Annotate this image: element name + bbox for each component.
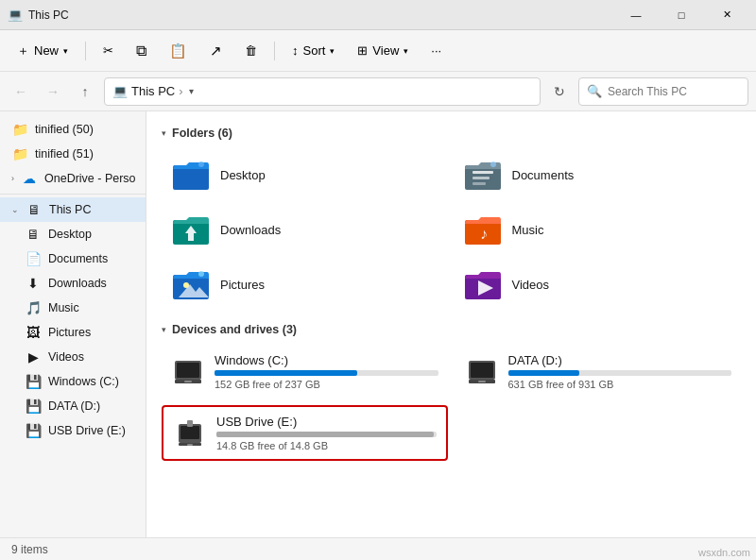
downloads-icon: ⬇ xyxy=(25,276,42,291)
drive-item-d[interactable]: DATA (D:) 631 GB free of 931 GB xyxy=(455,346,742,398)
drive-free-d: 631 GB free of 931 GB xyxy=(508,379,732,390)
drive-free-c: 152 GB free of 237 GB xyxy=(215,379,438,390)
folder-name-documents: Documents xyxy=(512,168,575,182)
sidebar-item-data-d[interactable]: 💾 DATA (D:) xyxy=(0,394,146,418)
drives-collapse-icon: ▾ xyxy=(162,325,166,334)
new-dropdown-icon: ▾ xyxy=(63,46,68,56)
svg-rect-28 xyxy=(187,444,193,446)
sort-icon: ↕ xyxy=(292,43,299,58)
folder-item-music[interactable]: ♪ Music xyxy=(454,204,742,255)
more-button[interactable]: ··· xyxy=(421,36,451,66)
sidebar-item-desktop[interactable]: 🖥 Desktop xyxy=(0,222,146,246)
drive-item-c[interactable]: Windows (C:) 152 GB free of 237 GB xyxy=(162,346,448,398)
cut-button[interactable]: ✂ xyxy=(94,36,123,66)
folder-item-desktop[interactable]: Desktop xyxy=(162,149,450,200)
sidebar-item-this-pc[interactable]: ⌄ 🖥 This PC xyxy=(0,197,146,222)
drive-name-c: Windows (C:) xyxy=(215,353,438,367)
hdd-icon-e: 💾 xyxy=(25,423,42,438)
paste-icon: 📋 xyxy=(169,42,187,59)
drive-icon-c xyxy=(171,355,205,389)
sort-button[interactable]: ↕ Sort ▾ xyxy=(283,36,344,66)
drive-name-d: DATA (D:) xyxy=(508,353,732,367)
share-button[interactable]: ↗ xyxy=(200,36,232,66)
folder-item-documents[interactable]: Documents xyxy=(454,149,742,200)
sidebar-item-windows-c[interactable]: 💾 Windows (C:) xyxy=(0,369,146,394)
computer-icon: 🖥 xyxy=(26,202,43,217)
svg-rect-4 xyxy=(472,177,490,179)
status-bar: 9 items xyxy=(0,537,756,560)
docs-icon: 📄 xyxy=(25,251,42,266)
svg-text:♪: ♪ xyxy=(480,226,488,242)
view-button[interactable]: ⊞ View ▾ xyxy=(348,36,418,66)
content-area: ▾ Folders (6) Desktop xyxy=(146,111,756,537)
minimize-button[interactable]: — xyxy=(614,0,658,30)
desktop-icon: 🖥 xyxy=(25,227,42,242)
paste-button[interactable]: 📋 xyxy=(160,36,197,66)
path-icon: 💻 xyxy=(112,84,128,98)
cloud-icon: ☁ xyxy=(21,171,38,186)
folders-section-title: Folders (6) xyxy=(172,127,232,140)
status-text: 9 items xyxy=(11,543,48,556)
drive-item-e[interactable]: USB Drive (E:) 14.8 GB free of 14.8 GB xyxy=(162,405,448,461)
search-box[interactable]: 🔍 xyxy=(578,77,748,106)
forward-button[interactable]: → xyxy=(40,78,66,105)
delete-icon: 🗑 xyxy=(245,43,257,58)
svg-rect-20 xyxy=(184,381,192,382)
share-icon: ↗ xyxy=(210,42,222,59)
sidebar-item-tinified50[interactable]: 📁 tinified (50) xyxy=(0,117,146,142)
drive-bar-bg-c xyxy=(215,370,438,376)
drives-section-header[interactable]: ▾ Devices and drives (3) xyxy=(162,323,741,336)
folder-name-videos: Videos xyxy=(512,278,550,292)
toolbar-sep-1 xyxy=(85,42,86,60)
svg-rect-3 xyxy=(472,171,493,174)
search-icon: 🔍 xyxy=(587,84,602,98)
title-bar-icon: 💻 xyxy=(8,8,23,23)
refresh-button[interactable]: ↻ xyxy=(546,78,573,105)
folder-icon-music: ♪ xyxy=(463,210,503,249)
svg-rect-5 xyxy=(472,182,486,185)
drives-section-title: Devices and drives (3) xyxy=(172,323,297,336)
path-dropdown-icon[interactable]: ▾ xyxy=(189,86,194,96)
folder-icon: 📁 xyxy=(11,122,28,137)
up-button[interactable]: ↑ xyxy=(72,78,98,105)
sidebar-item-pictures[interactable]: 🖼 Pictures xyxy=(0,320,146,345)
sidebar-item-documents[interactable]: 📄 Documents xyxy=(0,246,146,271)
sidebar: 📁 tinified (50) 📁 tinified (51) › ☁ OneD… xyxy=(0,111,146,537)
drive-bar-fill-d xyxy=(508,370,580,376)
svg-rect-29 xyxy=(187,420,193,427)
hdd-icon-d: 💾 xyxy=(25,399,42,414)
folder-item-pictures[interactable]: Pictures xyxy=(162,259,450,310)
sidebar-item-music[interactable]: 🎵 Music xyxy=(0,296,146,320)
sidebar-item-tinified51[interactable]: 📁 tinified (51) xyxy=(0,142,146,166)
new-button[interactable]: ＋ New ▾ xyxy=(8,36,77,66)
drive-bar-fill-e xyxy=(216,432,434,437)
arrow-down-icon: ⌄ xyxy=(11,205,19,214)
sidebar-item-videos[interactable]: ▶ Videos xyxy=(0,345,146,369)
svg-rect-18 xyxy=(177,363,199,378)
folders-section-header[interactable]: ▾ Folders (6) xyxy=(162,127,741,140)
sidebar-item-downloads[interactable]: ⬇ Downloads xyxy=(0,271,146,296)
svg-point-6 xyxy=(490,161,496,167)
watermark: wsxdn.com xyxy=(698,547,750,558)
drive-bar-fill-c xyxy=(215,370,357,376)
maximize-button[interactable]: □ xyxy=(660,0,703,30)
sidebar-item-onedrive[interactable]: › ☁ OneDrive - Perso xyxy=(0,166,146,191)
folder-item-downloads[interactable]: Downloads xyxy=(162,204,450,255)
sidebar-item-usb-e[interactable]: 💾 USB Drive (E:) xyxy=(0,418,146,443)
cut-icon: ✂ xyxy=(103,43,113,58)
close-button[interactable]: ✕ xyxy=(705,0,748,30)
folder-icon-videos xyxy=(463,264,503,304)
folder-item-videos[interactable]: Videos xyxy=(454,259,742,310)
folder-icon-desktop xyxy=(171,155,211,195)
back-button[interactable]: ← xyxy=(8,78,34,105)
delete-button[interactable]: 🗑 xyxy=(235,36,266,66)
address-path[interactable]: 💻 This PC › ▾ xyxy=(104,77,541,106)
svg-point-14 xyxy=(198,271,204,277)
arrow-icon: › xyxy=(11,174,14,183)
search-input[interactable] xyxy=(608,85,749,98)
toolbar: ＋ New ▾ ✂ ⧉ 📋 ↗ 🗑 ↕ Sort ▾ ⊞ View ▾ ··· xyxy=(0,30,756,72)
svg-rect-22 xyxy=(471,363,493,378)
toolbar-sep-2 xyxy=(274,42,275,60)
pictures-icon: 🖼 xyxy=(25,325,42,340)
copy-button[interactable]: ⧉ xyxy=(127,36,156,66)
